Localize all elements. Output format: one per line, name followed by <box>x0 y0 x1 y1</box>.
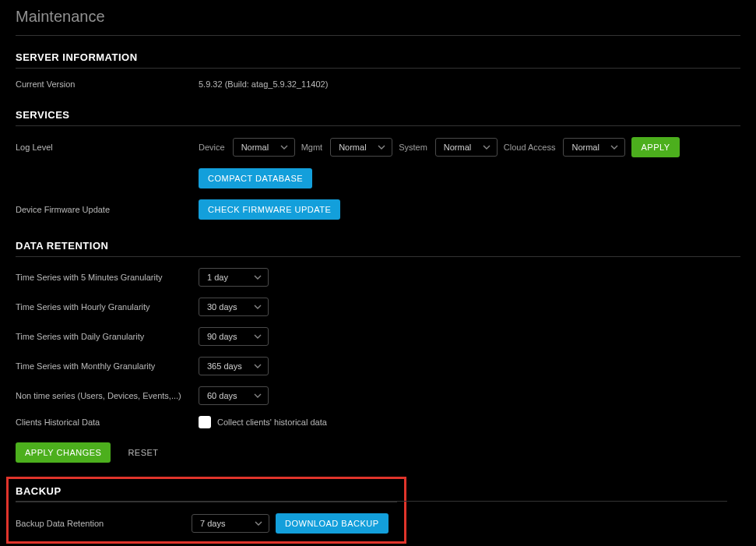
chevron-down-icon <box>254 392 262 400</box>
retention-hourly-select[interactable]: 30 days <box>199 298 269 316</box>
cloud-access-log-level-value: Normal <box>571 143 599 152</box>
collect-clients-checkbox-label: Collect clients' historical data <box>217 417 327 427</box>
current-version-value: 5.9.32 (Build: atag_5.9.32_11402) <box>199 79 328 89</box>
system-log-level-value: Normal <box>444 143 471 152</box>
backup-retention-select[interactable]: 7 days <box>192 514 269 533</box>
current-version-label: Current Version <box>16 79 199 89</box>
retention-5min-select[interactable]: 1 day <box>199 268 269 287</box>
mgmt-log-level-select[interactable]: Normal <box>330 138 392 157</box>
compact-database-button[interactable]: COMPACT DATABASE <box>199 168 312 188</box>
retention-nonts-select[interactable]: 60 days <box>199 386 269 405</box>
mgmt-log-level-value: Normal <box>339 143 366 152</box>
page-title: Maintenance <box>16 8 740 36</box>
collect-clients-checkbox[interactable] <box>199 416 211 428</box>
retention-hourly-label: Time Series with Hourly Granularity <box>16 302 199 312</box>
services-section: SERVICES Log Level Device Normal Mgmt No… <box>16 109 740 220</box>
server-information-section: SERVER INFORMATION Current Version 5.9.3… <box>16 51 740 89</box>
data-retention-heading: DATA RETENTION <box>16 240 740 257</box>
chevron-down-icon <box>254 362 262 370</box>
retention-hourly-value: 30 days <box>207 302 237 312</box>
mgmt-label: Mgmt <box>301 143 323 152</box>
retention-nonts-value: 60 days <box>207 391 237 400</box>
download-backup-button[interactable]: DOWNLOAD BACKUP <box>276 513 389 534</box>
log-level-label: Log Level <box>16 143 199 152</box>
backup-retention-label: Backup Data Retention <box>16 519 192 528</box>
retention-monthly-select[interactable]: 365 days <box>199 357 269 375</box>
device-log-level-select[interactable]: Normal <box>233 138 295 157</box>
clients-historical-label: Clients Historical Data <box>16 417 199 427</box>
chevron-down-icon <box>255 520 262 527</box>
server-info-heading: SERVER INFORMATION <box>16 51 740 69</box>
device-log-level-value: Normal <box>241 143 269 152</box>
chevron-down-icon <box>378 143 385 151</box>
retention-nonts-label: Non time series (Users, Devices, Events,… <box>16 391 199 400</box>
backup-heading: BACKUP <box>16 485 397 502</box>
retention-5min-label: Time Series with 5 Minutes Granularity <box>16 273 199 282</box>
chevron-down-icon <box>254 273 262 281</box>
retention-monthly-label: Time Series with Monthly Granularity <box>16 361 199 371</box>
system-label: System <box>399 143 427 152</box>
cloud-access-label: Cloud Access <box>504 143 556 152</box>
apply-log-level-button[interactable]: APPLY <box>631 137 679 157</box>
services-heading: SERVICES <box>16 109 740 126</box>
backup-highlight-box: BACKUP Backup Data Retention 7 days DOWN… <box>6 477 406 544</box>
chevron-down-icon <box>254 303 262 311</box>
retention-5min-value: 1 day <box>207 273 228 282</box>
backup-retention-value: 7 days <box>200 519 225 528</box>
chevron-down-icon <box>483 143 491 151</box>
device-firmware-update-label: Device Firmware Update <box>16 205 199 214</box>
data-retention-section: DATA RETENTION Time Series with 5 Minute… <box>16 240 740 428</box>
actions-row: APPLY CHANGES RESET <box>16 442 740 463</box>
check-firmware-update-button[interactable]: CHECK FIRMWARE UPDATE <box>199 199 340 220</box>
system-log-level-select[interactable]: Normal <box>435 138 498 157</box>
reset-button[interactable]: RESET <box>118 442 167 463</box>
retention-daily-label: Time Series with Daily Granularity <box>16 332 199 341</box>
chevron-down-icon <box>254 333 262 340</box>
retention-daily-select[interactable]: 90 days <box>199 327 269 346</box>
chevron-down-icon <box>610 143 618 151</box>
chevron-down-icon <box>280 143 288 151</box>
apply-changes-button[interactable]: APPLY CHANGES <box>16 442 111 463</box>
device-label: Device <box>199 143 225 152</box>
retention-monthly-value: 365 days <box>207 361 242 371</box>
retention-daily-value: 90 days <box>207 332 237 341</box>
cloud-access-log-level-select[interactable]: Normal <box>563 138 625 157</box>
